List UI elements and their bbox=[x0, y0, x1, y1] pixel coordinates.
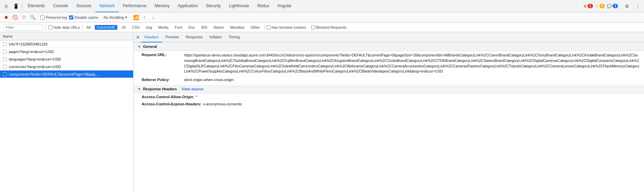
list-item-selected[interactable]: components?fields=DEFAULT&currentPage=0&… bbox=[0, 70, 133, 78]
filter-font-button[interactable]: Font bbox=[172, 25, 184, 30]
list-items: info?t=1628053481183 pages?lang=en&curr=… bbox=[0, 40, 133, 194]
detail-tab-preview[interactable]: Preview bbox=[162, 32, 182, 42]
filter-doc-button[interactable]: Doc bbox=[186, 25, 197, 30]
settings-icon[interactable]: ⚙ bbox=[622, 1, 632, 11]
filter-separator-1 bbox=[46, 24, 46, 30]
list-item-checkbox bbox=[3, 42, 7, 46]
list-item[interactable]: info?t=1628053481183 bbox=[0, 40, 133, 48]
filter-separator-3 bbox=[264, 24, 265, 30]
access-control-allow-origin-row: Access-Control-Allow-Origin: * bbox=[133, 93, 644, 101]
list-item-checkbox-selected bbox=[3, 72, 7, 76]
filter-icon-button[interactable]: ▽ bbox=[21, 14, 27, 21]
detail-tab-headers[interactable]: Headers bbox=[141, 32, 162, 42]
filter-css-button[interactable]: CSS bbox=[130, 25, 142, 30]
throttle-chevron-icon: ▼ bbox=[125, 16, 128, 19]
tab-sources[interactable]: Sources bbox=[72, 0, 95, 12]
filter-js-button[interactable]: JS bbox=[119, 25, 128, 30]
tab-console[interactable]: Console bbox=[49, 0, 72, 12]
filter-input[interactable] bbox=[3, 24, 44, 31]
dock-icon[interactable]: ⎗ bbox=[1, 1, 11, 11]
filter-other-button[interactable]: Other bbox=[248, 25, 262, 30]
general-arrow-icon: ▼ bbox=[138, 45, 141, 49]
message-badge: 1 bbox=[613, 4, 618, 8]
has-blocked-cookies-checkbox[interactable] bbox=[267, 25, 271, 29]
response-headers-arrow-icon: ▼ bbox=[138, 87, 141, 91]
wifi-icon: 📶 bbox=[133, 15, 139, 20]
filter-media-button[interactable]: Media bbox=[156, 25, 171, 30]
list-item[interactable]: pages?lang=en&curr=USD bbox=[0, 48, 133, 55]
detail-tab-response[interactable]: Response bbox=[182, 32, 206, 42]
tab-redux[interactable]: Redux bbox=[253, 0, 273, 12]
throttle-select[interactable]: No throttling ▼ bbox=[102, 15, 129, 20]
list-item[interactable]: languages?lang=en&curr=USD bbox=[0, 55, 133, 63]
filter-all-button[interactable]: All bbox=[85, 25, 93, 30]
tab-memory[interactable]: Memory bbox=[151, 0, 173, 12]
device-toggle-icon[interactable]: 📱 bbox=[11, 1, 21, 11]
access-control-expose-headers-row: Access-Control-Expose-Headers: x-anonymo… bbox=[133, 101, 644, 108]
search-button[interactable]: 🔍 bbox=[29, 14, 36, 21]
view-source-link[interactable]: View source bbox=[182, 87, 204, 91]
upload-button[interactable]: ↑ bbox=[141, 14, 148, 21]
list-item[interactable]: currencies?lang=en&curr=USD bbox=[0, 63, 133, 70]
error-badge: 1 bbox=[588, 4, 593, 8]
list-header: Name bbox=[0, 32, 133, 40]
general-section-header[interactable]: ▼ General bbox=[133, 42, 644, 51]
list-item-checkbox bbox=[3, 57, 7, 61]
network-toolbar: ⏺ 🚫 ▽ 🔍 Preserve log Disable cache No th… bbox=[0, 12, 644, 23]
tab-separator-1 bbox=[22, 3, 22, 10]
detail-tab-initiator[interactable]: Initiator bbox=[206, 32, 225, 42]
tab-elements[interactable]: Elements bbox=[24, 0, 49, 12]
tab-application[interactable]: Application bbox=[173, 0, 202, 12]
warning-badge: 5 bbox=[600, 4, 605, 8]
filter-fetch-xhr-button[interactable]: Fetch/XHR bbox=[95, 25, 117, 30]
disable-cache-checkbox-label[interactable]: Disable cache bbox=[69, 15, 98, 20]
filter-separator-2 bbox=[82, 24, 82, 30]
preserve-log-checkbox-label[interactable]: Preserve log bbox=[40, 15, 67, 20]
tab-lighthouse[interactable]: Lighthouse bbox=[225, 0, 253, 12]
list-item-checkbox bbox=[3, 65, 7, 69]
detail-panel: ✕ Headers Preview Response Initiator Tim… bbox=[133, 32, 644, 194]
disable-cache-checkbox[interactable] bbox=[69, 15, 73, 20]
filter-manifest-button[interactable]: Manifest bbox=[228, 25, 247, 30]
blocked-requests-checkbox[interactable] bbox=[311, 25, 315, 29]
tab-angular[interactable]: Angular bbox=[273, 0, 296, 12]
detail-tabs: ✕ Headers Preview Response Initiator Tim… bbox=[133, 32, 644, 42]
hide-data-urls-checkbox[interactable] bbox=[48, 25, 52, 29]
detail-tab-timing[interactable]: Timing bbox=[225, 32, 243, 42]
list-item-checkbox bbox=[3, 50, 7, 54]
error-icon: ⊗ bbox=[583, 4, 587, 9]
clear-button[interactable]: 🚫 bbox=[12, 14, 18, 21]
filter-wasm-button[interactable]: Wasm bbox=[211, 25, 226, 30]
right-icons-area: ⊗ 1 ⚠ 5 💬 1 ⚙ ⋮ bbox=[583, 1, 643, 11]
message-icon: 💬 bbox=[607, 4, 612, 9]
main-area: Name info?t=1628053481183 pages?lang=en&… bbox=[0, 32, 644, 194]
devtools-tab-bar: ⎗ 📱 Elements Console Sources Network Per… bbox=[0, 0, 644, 12]
response-headers-section-header[interactable]: ▼ Response Headers View source bbox=[133, 85, 644, 93]
warning-icon: ⚠ bbox=[595, 4, 599, 9]
hide-data-urls-checkbox-label[interactable]: Hide data URLs bbox=[48, 25, 80, 29]
detail-content: ▼ General Request URL: https://spartacus… bbox=[133, 42, 644, 194]
network-list: Name info?t=1628053481183 pages?lang=en&… bbox=[0, 32, 133, 194]
preserve-log-checkbox[interactable] bbox=[40, 15, 44, 20]
more-options-icon[interactable]: ⋮ bbox=[633, 1, 643, 11]
filter-ws-button[interactable]: WS bbox=[199, 25, 209, 30]
blocked-requests-label[interactable]: Blocked Requests bbox=[311, 25, 347, 29]
record-stop-button[interactable]: ⏺ bbox=[3, 14, 10, 21]
detail-close-button[interactable]: ✕ bbox=[135, 34, 141, 40]
referrer-policy-row: Referrer Policy: strict-origin-when-cros… bbox=[133, 76, 644, 83]
filter-img-button[interactable]: Img bbox=[144, 25, 154, 30]
tab-network[interactable]: Network bbox=[95, 0, 119, 12]
request-url-row: Request URL: https://spartacus-demo.east… bbox=[133, 51, 644, 76]
tab-performance[interactable]: Performance bbox=[119, 0, 151, 12]
filter-row: Hide data URLs All Fetch/XHR JS CSS Img … bbox=[0, 23, 644, 32]
download-button[interactable]: ↓ bbox=[150, 14, 157, 21]
has-blocked-cookies-label[interactable]: Has blocked cookies bbox=[267, 25, 306, 29]
tab-security[interactable]: Security bbox=[202, 0, 225, 12]
